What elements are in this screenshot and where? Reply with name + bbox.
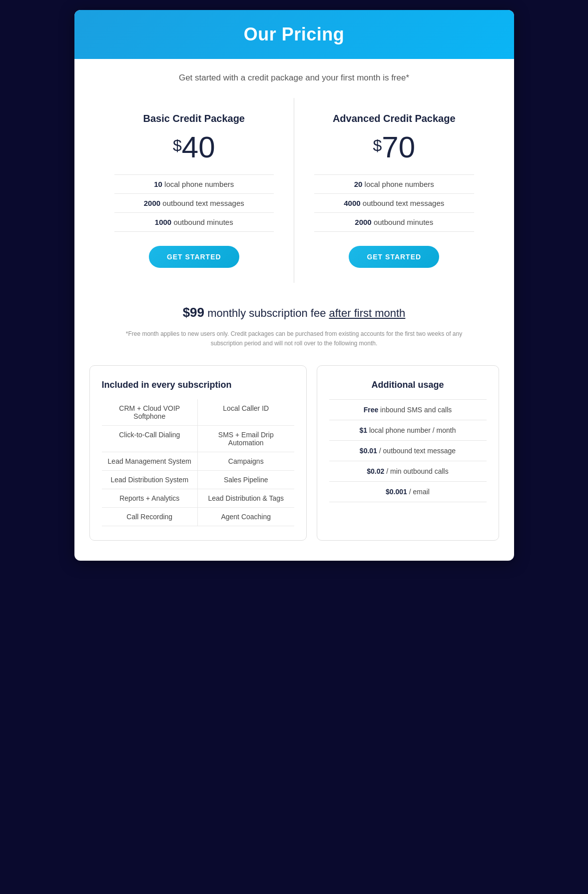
subtitle-row: Get started with a credit package and yo… [74,59,514,88]
additional-card: Additional usage Free inbound SMS and ca… [317,365,499,541]
basic-features-list: 10 local phone numbers 2000 outbound tex… [114,174,274,232]
basic-currency: $ [173,137,182,153]
header-banner: Our Pricing [74,10,514,59]
list-item: 20 local phone numbers [314,174,474,194]
list-item: 2000 outbound text messages [114,194,274,213]
subtitle-text: Get started with a credit package and yo… [179,73,409,82]
additional-card-title: Additional usage [329,380,487,390]
basic-amount: 40 [182,130,215,164]
list-item: $0.02 / min outbound calls [329,461,487,482]
list-item: $1 local phone number / month [329,420,487,441]
list-item: 10 local phone numbers [114,174,274,194]
advanced-plan-price: $70 [314,132,474,162]
list-item: Reports + Analytics [102,489,198,508]
list-item: Sales Pipeline [198,471,294,489]
list-item: Local Caller ID [198,399,294,426]
list-item: SMS + Email Drip Automation [198,426,294,452]
advanced-plan-name: Advanced Credit Package [314,113,474,124]
bottom-cards-row: Included in every subscription CRM + Clo… [74,360,514,561]
monthly-fee-text: monthly subscription fee [204,307,329,319]
page-title: Our Pricing [94,24,494,45]
advanced-get-started-button[interactable]: GET STARTED [349,246,439,268]
fine-print: *Free month applies to new users only. C… [74,324,514,360]
monthly-fee-underline: after first month [329,307,406,319]
list-item: 1000 outbound minutes [114,213,274,232]
list-item: Lead Distribution System [102,471,198,489]
included-card: Included in every subscription CRM + Clo… [89,365,307,541]
basic-plan-price: $40 [114,132,274,162]
list-item: Agent Coaching [198,508,294,526]
advanced-features-list: 20 local phone numbers 4000 outbound tex… [314,174,474,232]
list-item: $0.001 / email [329,482,487,502]
list-item: 4000 outbound text messages [314,194,474,213]
additional-usage-list: Free inbound SMS and calls $1 local phon… [329,399,487,502]
monthly-fee-row: $99 monthly subscription fee after first… [74,293,514,324]
basic-get-started-button[interactable]: GET STARTED [149,246,239,268]
list-item: Click-to-Call Dialing [102,426,198,452]
list-item: $0.01 / outbound text message [329,441,487,461]
advanced-amount: 70 [382,130,415,164]
list-item: Campaigns [198,452,294,471]
basic-plan-card: Basic Credit Package $40 10 local phone … [94,98,295,283]
included-card-title: Included in every subscription [102,380,294,390]
advanced-currency: $ [373,137,382,153]
list-item: Free inbound SMS and calls [329,399,487,420]
list-item: Lead Distribution & Tags [198,489,294,508]
list-item: 2000 outbound minutes [314,213,474,232]
list-item: Call Recording [102,508,198,526]
pricing-cards-row: Basic Credit Package $40 10 local phone … [74,88,514,293]
monthly-fee-amount: $99 [183,305,204,320]
list-item: CRM + Cloud VOIP Softphone [102,399,198,426]
list-item: Lead Management System [102,452,198,471]
advanced-plan-card: Advanced Credit Package $70 20 local pho… [294,98,494,283]
basic-plan-name: Basic Credit Package [114,113,274,124]
page-container: Our Pricing Get started with a credit pa… [74,10,514,561]
features-grid: CRM + Cloud VOIP Softphone Local Caller … [102,399,294,526]
